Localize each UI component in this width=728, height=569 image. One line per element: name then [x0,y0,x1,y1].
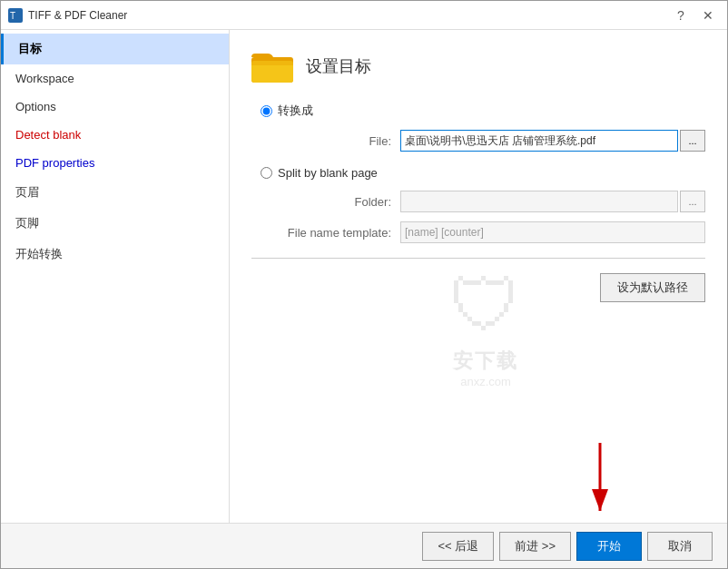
watermark-text: 安下载 [449,348,522,375]
radio-split[interactable] [261,167,272,179]
title-bar-left: T TIFF & PDF Cleaner [8,8,127,23]
radio-split-row: Split by blank page [261,166,705,180]
file-fields: File: ... [282,130,705,152]
sidebar: 目标 Workspace Options Detect blank PDF pr… [1,30,230,523]
set-default-button[interactable]: 设为默认路径 [600,273,705,302]
radio-split-label[interactable]: Split by blank page [278,166,378,180]
folder-input[interactable] [400,191,678,212]
radio-convert-label[interactable]: 转换成 [278,103,313,119]
cancel-button[interactable]: 取消 [647,532,713,561]
watermark-icon: 🛡 [449,264,522,348]
folder-fields: Folder: ... File name template: [282,191,705,243]
sidebar-item-mubiao[interactable]: 目标 [1,34,229,64]
title-bar: T TIFF & PDF Cleaner ? ✕ [1,1,727,30]
footer: << 后退 前进 >> 开始 取消 [1,523,727,568]
folder-field-row: Folder: ... [282,191,705,212]
sidebar-item-yejiao[interactable]: 页脚 [1,208,229,239]
folder-icon [251,48,295,84]
folder-browse-button[interactable]: ... [680,191,705,212]
file-input[interactable] [400,130,678,152]
watermark: 🛡 安下载 anxz.com [449,264,522,388]
app-icon: T [8,8,23,23]
close-button[interactable]: ✕ [696,5,720,25]
file-input-wrap: ... [400,130,705,152]
sidebar-item-workspace[interactable]: Workspace [1,64,229,93]
main-window: T TIFF & PDF Cleaner ? ✕ 目标 Workspace Op… [0,0,728,569]
template-input[interactable] [400,221,705,243]
back-button[interactable]: << 后退 [422,532,494,561]
radio-convert-row: 转换成 [261,103,705,119]
sidebar-item-yejian[interactable]: 页眉 [1,177,229,208]
title-bar-right: ? ✕ [669,5,720,25]
file-label: File: [282,134,400,148]
next-button[interactable]: 前进 >> [499,532,571,561]
svg-text:T: T [10,11,15,21]
folder-svg [251,48,295,84]
folder-label: Folder: [282,195,400,209]
svg-rect-4 [251,61,293,65]
help-button[interactable]: ? [669,5,693,25]
file-field-row: File: ... [282,130,705,152]
sidebar-item-pdf-properties[interactable]: PDF properties [1,149,229,177]
main-panel: 设置目标 转换成 File: ... [230,30,727,523]
radio-group: 转换成 File: ... Split by blank page [261,103,705,243]
sidebar-item-detect-blank[interactable]: Detect blank [1,121,229,149]
file-browse-button[interactable]: ... [680,130,705,152]
template-field-row: File name template: [282,221,705,243]
content-area: 目标 Workspace Options Detect blank PDF pr… [1,30,727,523]
divider [251,258,705,259]
sidebar-item-options[interactable]: Options [1,93,229,121]
radio-convert[interactable] [261,105,272,117]
template-label: File name template: [282,226,400,240]
watermark-sub: anxz.com [449,375,522,388]
start-button[interactable]: 开始 [576,532,642,561]
section-header: 设置目标 [251,48,705,84]
template-input-wrap [400,221,705,243]
window-title: TIFF & PDF Cleaner [28,9,127,22]
sidebar-item-start-convert[interactable]: 开始转换 [1,239,229,270]
folder-input-wrap: ... [400,191,705,212]
section-title: 设置目标 [306,55,371,77]
